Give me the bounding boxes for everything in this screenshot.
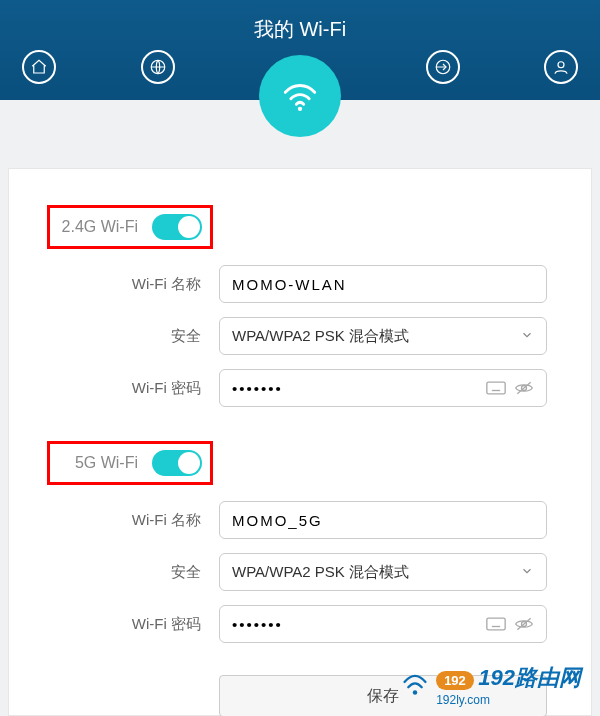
section-label-24g: 2.4G Wi-Fi xyxy=(58,218,138,236)
label-24g-security: 安全 xyxy=(47,327,201,346)
row-24g-name: Wi-Fi 名称 xyxy=(47,265,553,303)
wifi-24g-group: 2.4G Wi-Fi Wi-Fi 名称 安全 WPA/WPA2 PSK 混合模式 xyxy=(9,205,591,407)
svg-line-11 xyxy=(517,382,530,394)
eye-off-icon[interactable] xyxy=(514,615,534,633)
label-24g-name: Wi-Fi 名称 xyxy=(47,275,201,294)
toggle-row-5g: 5G Wi-Fi xyxy=(47,441,213,485)
watermark: 192 192路由网 192ly.com xyxy=(400,663,581,707)
select-5g-security[interactable]: WPA/WPA2 PSK 混合模式 xyxy=(219,553,547,591)
settings-panel: 2.4G Wi-Fi Wi-Fi 名称 安全 WPA/WPA2 PSK 混合模式 xyxy=(8,168,592,716)
svg-rect-4 xyxy=(487,382,505,394)
svg-point-2 xyxy=(558,62,564,68)
row-5g-security: 安全 WPA/WPA2 PSK 混合模式 xyxy=(47,553,553,591)
keyboard-icon[interactable] xyxy=(486,615,506,633)
row-5g-name: Wi-Fi 名称 xyxy=(47,501,553,539)
user-icon[interactable] xyxy=(544,50,578,84)
input-24g-name[interactable] xyxy=(219,265,547,303)
label-5g-password: Wi-Fi 密码 xyxy=(47,615,201,634)
wifi-5g-password-field[interactable] xyxy=(232,616,478,633)
chevron-down-icon xyxy=(520,564,534,581)
svg-rect-12 xyxy=(487,618,505,630)
home-icon[interactable] xyxy=(22,50,56,84)
watermark-url: 192ly.com xyxy=(436,693,581,707)
globe-icon[interactable] xyxy=(141,50,175,84)
watermark-bubble: 192 xyxy=(436,671,474,690)
row-24g-password: Wi-Fi 密码 xyxy=(47,369,553,407)
wifi-icon[interactable] xyxy=(259,55,341,137)
eye-off-icon[interactable] xyxy=(514,379,534,397)
globe-arrow-icon[interactable] xyxy=(426,50,460,84)
toggle-5g[interactable] xyxy=(152,450,202,476)
header: 我的 Wi-Fi xyxy=(0,0,600,100)
svg-line-19 xyxy=(517,618,530,630)
input-5g-name[interactable] xyxy=(219,501,547,539)
section-label-5g: 5G Wi-Fi xyxy=(58,454,138,472)
watermark-brand: 192路由网 xyxy=(478,665,581,690)
page-title: 我的 Wi-Fi xyxy=(0,0,600,43)
label-5g-security: 安全 xyxy=(47,563,201,582)
input-5g-password[interactable] xyxy=(219,605,547,643)
svg-point-20 xyxy=(413,690,418,695)
toggle-row-24g: 2.4G Wi-Fi xyxy=(47,205,213,249)
toggle-24g[interactable] xyxy=(152,214,202,240)
label-5g-name: Wi-Fi 名称 xyxy=(47,511,201,530)
label-24g-password: Wi-Fi 密码 xyxy=(47,379,201,398)
select-5g-security-value: WPA/WPA2 PSK 混合模式 xyxy=(232,563,409,582)
keyboard-icon[interactable] xyxy=(486,379,506,397)
wifi-24g-name-field[interactable] xyxy=(232,276,534,293)
wifi-5g-name-field[interactable] xyxy=(232,512,534,529)
row-24g-security: 安全 WPA/WPA2 PSK 混合模式 xyxy=(47,317,553,355)
row-5g-password: Wi-Fi 密码 xyxy=(47,605,553,643)
panel-wrap: 2.4G Wi-Fi Wi-Fi 名称 安全 WPA/WPA2 PSK 混合模式 xyxy=(0,100,600,716)
select-24g-security[interactable]: WPA/WPA2 PSK 混合模式 xyxy=(219,317,547,355)
wifi-5g-group: 5G Wi-Fi Wi-Fi 名称 安全 WPA/WPA2 PSK 混合模式 xyxy=(9,441,591,643)
input-24g-password[interactable] xyxy=(219,369,547,407)
svg-point-3 xyxy=(298,107,302,111)
select-24g-security-value: WPA/WPA2 PSK 混合模式 xyxy=(232,327,409,346)
wifi-24g-password-field[interactable] xyxy=(232,380,478,397)
chevron-down-icon xyxy=(520,328,534,345)
